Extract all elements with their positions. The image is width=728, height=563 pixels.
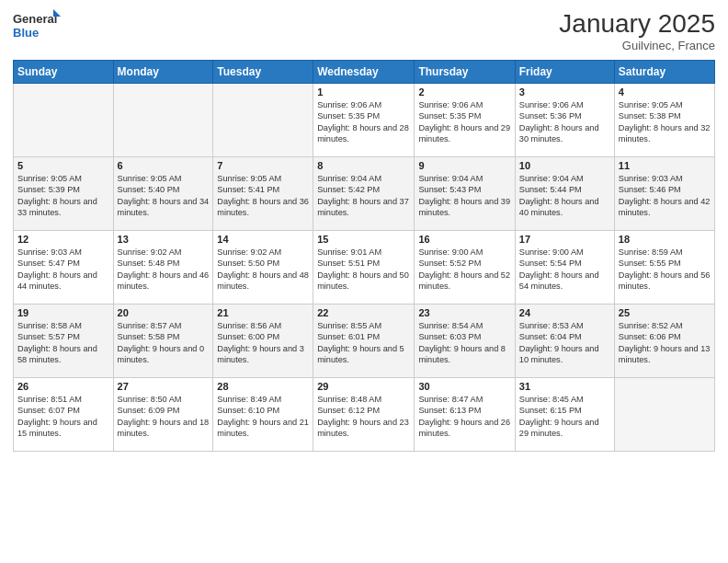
day-info: Sunrise: 8:45 AMSunset: 6:15 PMDaylight:… [519, 394, 610, 440]
day-info: Sunrise: 8:58 AMSunset: 5:57 PMDaylight:… [17, 320, 109, 366]
calendar-week-row: 12Sunrise: 9:03 AMSunset: 5:47 PMDayligh… [14, 231, 715, 304]
day-info: Sunrise: 9:00 AMSunset: 5:54 PMDaylight:… [519, 247, 610, 293]
day-info: Sunrise: 9:06 AMSunset: 5:35 PMDaylight:… [317, 99, 410, 145]
day-info: Sunrise: 9:04 AMSunset: 5:42 PMDaylight:… [317, 173, 410, 219]
calendar-day-16: 16Sunrise: 9:00 AMSunset: 5:52 PMDayligh… [415, 231, 515, 304]
calendar-day-24: 24Sunrise: 8:53 AMSunset: 6:04 PMDayligh… [515, 304, 614, 378]
day-info: Sunrise: 8:53 AMSunset: 6:04 PMDaylight:… [519, 320, 610, 366]
svg-text:General: General [13, 12, 57, 26]
calendar-day-25: 25Sunrise: 8:52 AMSunset: 6:06 PMDayligh… [614, 304, 714, 378]
calendar-day-27: 27Sunrise: 8:50 AMSunset: 6:09 PMDayligh… [113, 378, 213, 452]
weekday-header-sunday: Sunday [14, 61, 114, 84]
calendar-week-row: 26Sunrise: 8:51 AMSunset: 6:07 PMDayligh… [14, 378, 715, 452]
weekday-header-tuesday: Tuesday [213, 61, 313, 84]
day-number: 6 [118, 160, 210, 171]
calendar-day-26: 26Sunrise: 8:51 AMSunset: 6:07 PMDayligh… [14, 378, 114, 452]
calendar-day-28: 28Sunrise: 8:49 AMSunset: 6:10 PMDayligh… [213, 378, 313, 452]
weekday-header-row: SundayMondayTuesdayWednesdayThursdayFrid… [14, 61, 715, 84]
day-info: Sunrise: 8:54 AMSunset: 6:03 PMDaylight:… [418, 320, 510, 366]
calendar-day-18: 18Sunrise: 8:59 AMSunset: 5:55 PMDayligh… [614, 231, 714, 304]
calendar-day-12: 12Sunrise: 9:03 AMSunset: 5:47 PMDayligh… [14, 231, 114, 304]
day-info: Sunrise: 9:05 AMSunset: 5:40 PMDaylight:… [118, 173, 210, 219]
calendar-table: SundayMondayTuesdayWednesdayThursdayFrid… [13, 60, 715, 452]
day-info: Sunrise: 9:00 AMSunset: 5:52 PMDaylight:… [418, 247, 510, 293]
day-number: 23 [418, 307, 510, 318]
day-number: 26 [17, 381, 109, 392]
calendar-day-22: 22Sunrise: 8:55 AMSunset: 6:01 PMDayligh… [313, 304, 415, 378]
day-info: Sunrise: 8:57 AMSunset: 5:58 PMDaylight:… [118, 320, 210, 366]
logo-svg: General Blue [13, 9, 61, 42]
day-info: Sunrise: 8:48 AMSunset: 6:12 PMDaylight:… [317, 394, 410, 440]
day-number: 2 [418, 86, 510, 98]
day-number: 18 [619, 234, 711, 245]
day-info: Sunrise: 8:55 AMSunset: 6:01 PMDaylight:… [317, 320, 410, 366]
weekday-header-wednesday: Wednesday [313, 61, 415, 84]
calendar-day-13: 13Sunrise: 9:02 AMSunset: 5:48 PMDayligh… [113, 231, 213, 304]
day-info: Sunrise: 9:06 AMSunset: 5:35 PMDaylight:… [418, 99, 510, 145]
calendar-week-row: 19Sunrise: 8:58 AMSunset: 5:57 PMDayligh… [14, 304, 715, 378]
calendar-day-15: 15Sunrise: 9:01 AMSunset: 5:51 PMDayligh… [313, 231, 415, 304]
day-number: 1 [317, 86, 410, 98]
day-info: Sunrise: 9:02 AMSunset: 5:48 PMDaylight:… [118, 247, 210, 293]
calendar-day-30: 30Sunrise: 8:47 AMSunset: 6:13 PMDayligh… [415, 378, 515, 452]
day-number: 19 [17, 307, 109, 318]
svg-text:Blue: Blue [13, 26, 39, 40]
day-info: Sunrise: 8:50 AMSunset: 6:09 PMDaylight:… [118, 394, 210, 440]
calendar-day-4: 4Sunrise: 9:05 AMSunset: 5:38 PMDaylight… [614, 84, 714, 157]
day-number: 11 [619, 160, 711, 171]
day-info: Sunrise: 9:03 AMSunset: 5:46 PMDaylight:… [619, 173, 711, 219]
day-number: 25 [619, 307, 711, 318]
day-number: 15 [317, 234, 410, 245]
day-info: Sunrise: 9:04 AMSunset: 5:44 PMDaylight:… [519, 173, 610, 219]
calendar-empty-cell [113, 84, 213, 157]
logo: General Blue [13, 9, 61, 42]
day-info: Sunrise: 9:05 AMSunset: 5:39 PMDaylight:… [17, 173, 109, 219]
day-number: 24 [519, 307, 610, 318]
day-info: Sunrise: 9:04 AMSunset: 5:43 PMDaylight:… [418, 173, 510, 219]
day-info: Sunrise: 9:02 AMSunset: 5:50 PMDaylight:… [217, 247, 309, 293]
day-number: 21 [217, 307, 309, 318]
day-number: 5 [17, 160, 109, 171]
calendar-day-6: 6Sunrise: 9:05 AMSunset: 5:40 PMDaylight… [113, 157, 213, 231]
calendar-day-29: 29Sunrise: 8:48 AMSunset: 6:12 PMDayligh… [313, 378, 415, 452]
calendar-day-11: 11Sunrise: 9:03 AMSunset: 5:46 PMDayligh… [614, 157, 714, 231]
calendar-empty-cell [213, 84, 313, 157]
month-title: January 2025 [559, 9, 715, 39]
calendar-day-23: 23Sunrise: 8:54 AMSunset: 6:03 PMDayligh… [415, 304, 515, 378]
day-number: 12 [17, 234, 109, 245]
calendar-empty-cell [14, 84, 114, 157]
calendar-empty-cell [614, 378, 714, 452]
title-block: January 2025 Guilvinec, France [559, 9, 715, 52]
day-number: 20 [118, 307, 210, 318]
calendar-day-5: 5Sunrise: 9:05 AMSunset: 5:39 PMDaylight… [14, 157, 114, 231]
page: General Blue January 2025 Guilvinec, Fra… [0, 0, 728, 563]
calendar-day-31: 31Sunrise: 8:45 AMSunset: 6:15 PMDayligh… [515, 378, 614, 452]
calendar-day-20: 20Sunrise: 8:57 AMSunset: 5:58 PMDayligh… [113, 304, 213, 378]
calendar-day-8: 8Sunrise: 9:04 AMSunset: 5:42 PMDaylight… [313, 157, 415, 231]
calendar-week-row: 1Sunrise: 9:06 AMSunset: 5:35 PMDaylight… [14, 84, 715, 157]
day-info: Sunrise: 9:05 AMSunset: 5:38 PMDaylight:… [619, 99, 711, 145]
calendar-day-17: 17Sunrise: 9:00 AMSunset: 5:54 PMDayligh… [515, 231, 614, 304]
weekday-header-monday: Monday [113, 61, 213, 84]
day-info: Sunrise: 9:01 AMSunset: 5:51 PMDaylight:… [317, 247, 410, 293]
day-number: 13 [118, 234, 210, 245]
day-info: Sunrise: 8:52 AMSunset: 6:06 PMDaylight:… [619, 320, 711, 366]
day-info: Sunrise: 8:49 AMSunset: 6:10 PMDaylight:… [217, 394, 309, 440]
header: General Blue January 2025 Guilvinec, Fra… [13, 9, 715, 52]
calendar-day-14: 14Sunrise: 9:02 AMSunset: 5:50 PMDayligh… [213, 231, 313, 304]
day-number: 8 [317, 160, 410, 171]
calendar-day-19: 19Sunrise: 8:58 AMSunset: 5:57 PMDayligh… [14, 304, 114, 378]
day-number: 9 [418, 160, 510, 171]
calendar-week-row: 5Sunrise: 9:05 AMSunset: 5:39 PMDaylight… [14, 157, 715, 231]
location-subtitle: Guilvinec, France [559, 39, 715, 52]
calendar-day-10: 10Sunrise: 9:04 AMSunset: 5:44 PMDayligh… [515, 157, 614, 231]
day-number: 22 [317, 307, 410, 318]
day-number: 16 [418, 234, 510, 245]
day-number: 31 [519, 381, 610, 392]
day-number: 14 [217, 234, 309, 245]
svg-marker-1 [53, 9, 61, 17]
day-number: 28 [217, 381, 309, 392]
day-info: Sunrise: 8:51 AMSunset: 6:07 PMDaylight:… [17, 394, 109, 440]
day-number: 17 [519, 234, 610, 245]
calendar-day-2: 2Sunrise: 9:06 AMSunset: 5:35 PMDaylight… [415, 84, 515, 157]
